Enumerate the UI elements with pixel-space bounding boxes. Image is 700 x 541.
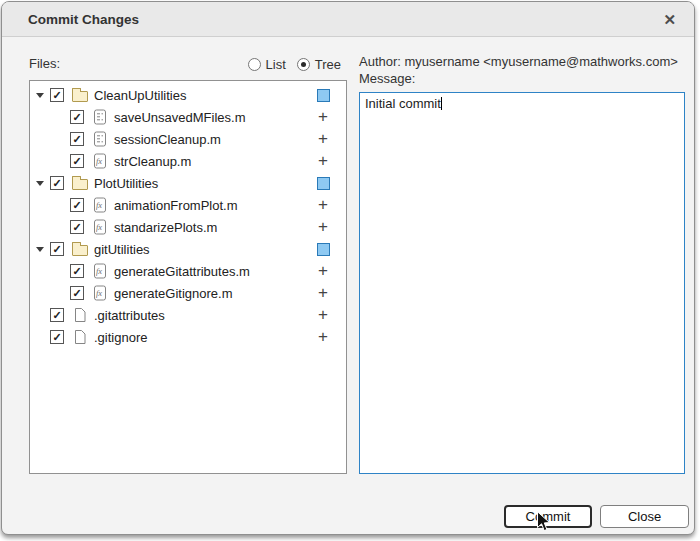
view-mode-radio-group: List Tree [252, 57, 347, 72]
tree-item-label[interactable]: CleanUpUtilities [94, 88, 315, 103]
files-label: Files: [29, 56, 60, 71]
commit-message-textarea[interactable]: Initial commit [359, 92, 685, 474]
list-radio[interactable] [248, 58, 261, 71]
expander-collapse-icon[interactable] [36, 247, 50, 252]
tree-radio[interactable] [297, 58, 310, 71]
text-caret [441, 97, 442, 110]
file-checkbox[interactable]: ✓ [70, 220, 84, 234]
blue-square-icon [317, 243, 330, 256]
plain-file-icon [71, 307, 88, 323]
tree-item-label[interactable]: saveUnsavedMFiles.m [114, 110, 315, 125]
function-file-icon: fx [91, 263, 108, 279]
folder-glyph [72, 245, 88, 256]
folder-glyph [72, 179, 88, 190]
tree-item-label[interactable]: PlotUtilities [94, 176, 315, 191]
tree-radio-dot [301, 62, 306, 67]
tree-row[interactable]: ✓PlotUtilities [30, 172, 346, 194]
plus-icon: + [318, 306, 328, 323]
tree-item-label[interactable]: standarizePlots.m [114, 220, 315, 235]
file-checkbox[interactable]: ✓ [70, 110, 84, 124]
script-file-icon [91, 131, 108, 147]
commit-changes-dialog: Commit Changes ✕ Files: List Tree ✓Clean… [1, 1, 695, 535]
file-checkbox[interactable]: ✓ [50, 330, 64, 344]
tree-item-label[interactable]: generateGitattributes.m [114, 264, 315, 279]
plus-icon: + [318, 130, 328, 147]
tree-row[interactable]: ✓fxgenerateGitignore.m+ [30, 282, 346, 304]
status-added-plus-icon: + [315, 198, 331, 213]
title-bar: Commit Changes ✕ [2, 2, 694, 37]
file-checkbox[interactable]: ✓ [70, 132, 84, 146]
tree-item-label[interactable]: animationFromPlot.m [114, 198, 315, 213]
tree-row[interactable]: ✓fxstrCleanup.m+ [30, 150, 346, 172]
list-radio-dot [252, 62, 257, 67]
blue-square-icon [317, 89, 330, 102]
dialog-title: Commit Changes [28, 12, 663, 27]
tree-item-label[interactable]: strCleanup.m [114, 154, 315, 169]
status-added-plus-icon: + [315, 330, 331, 345]
status-added-plus-icon: + [315, 308, 331, 323]
file-checkbox[interactable]: ✓ [50, 308, 64, 322]
status-added-plus-icon: + [315, 132, 331, 147]
file-checkbox[interactable]: ✓ [70, 286, 84, 300]
tree-row[interactable]: ✓fxanimationFromPlot.m+ [30, 194, 346, 216]
file-checkbox[interactable]: ✓ [50, 242, 64, 256]
file-checkbox[interactable]: ✓ [70, 198, 84, 212]
plus-icon: + [318, 152, 328, 169]
function-file-icon: fx [91, 197, 108, 213]
status-added-plus-icon: + [315, 220, 331, 235]
file-checkbox[interactable]: ✓ [50, 176, 64, 190]
tree-item-label[interactable]: .gitignore [94, 330, 315, 345]
commit-button[interactable]: Commit [504, 505, 592, 528]
triangle-down-icon [36, 247, 44, 252]
tree-row[interactable]: ✓.gitattributes+ [30, 304, 346, 326]
status-added-plus-icon: + [315, 286, 331, 301]
triangle-down-icon [36, 93, 44, 98]
folder-icon [71, 243, 88, 256]
expander-collapse-icon[interactable] [36, 93, 50, 98]
blue-square-icon [317, 177, 330, 190]
close-icon[interactable]: ✕ [663, 12, 676, 27]
svg-text:fx: fx [96, 156, 102, 166]
triangle-down-icon [36, 181, 44, 186]
status-added-plus-icon: + [315, 110, 331, 125]
tree-item-label[interactable]: sessionCleanup.m [114, 132, 315, 147]
message-label: Message: [359, 71, 415, 86]
function-file-icon: fx [91, 285, 108, 301]
svg-text:fx: fx [96, 288, 102, 298]
plus-icon: + [318, 218, 328, 235]
file-tree-panel: ✓CleanUpUtilities✓saveUnsavedMFiles.m+✓s… [29, 80, 347, 474]
tree-row[interactable]: ✓sessionCleanup.m+ [30, 128, 346, 150]
tree-row[interactable]: ✓fxstandarizePlots.m+ [30, 216, 346, 238]
file-checkbox[interactable]: ✓ [70, 264, 84, 278]
commit-message-text: Initial commit [365, 96, 441, 111]
svg-text:fx: fx [96, 200, 102, 210]
plus-icon: + [318, 262, 328, 279]
status-modified-square-icon [315, 177, 331, 190]
svg-text:fx: fx [96, 222, 102, 232]
tree-row[interactable]: ✓gitUtilities [30, 238, 346, 260]
plus-icon: + [318, 328, 328, 345]
plus-icon: + [318, 284, 328, 301]
status-added-plus-icon: + [315, 264, 331, 279]
folder-glyph [72, 91, 88, 102]
tree-item-label[interactable]: gitUtilities [94, 242, 315, 257]
function-file-icon: fx [91, 219, 108, 235]
tree-item-label[interactable]: .gitattributes [94, 308, 315, 323]
tree-item-label[interactable]: generateGitignore.m [114, 286, 315, 301]
author-line: Author: myusername <myusername@mathworks… [359, 54, 678, 69]
expander-collapse-icon[interactable] [36, 181, 50, 186]
tree-row[interactable]: ✓fxgenerateGitattributes.m+ [30, 260, 346, 282]
tree-radio-label[interactable]: Tree [315, 57, 341, 72]
file-checkbox[interactable]: ✓ [70, 154, 84, 168]
plain-file-icon [71, 329, 88, 345]
tree-row[interactable]: ✓saveUnsavedMFiles.m+ [30, 106, 346, 128]
list-radio-label[interactable]: List [266, 57, 286, 72]
script-file-icon [91, 109, 108, 125]
close-button[interactable]: Close [600, 505, 689, 528]
file-checkbox[interactable]: ✓ [50, 88, 64, 102]
folder-icon [71, 177, 88, 190]
function-file-icon: fx [91, 153, 108, 169]
plus-icon: + [318, 108, 328, 125]
tree-row[interactable]: ✓.gitignore+ [30, 326, 346, 348]
tree-row[interactable]: ✓CleanUpUtilities [30, 84, 346, 106]
